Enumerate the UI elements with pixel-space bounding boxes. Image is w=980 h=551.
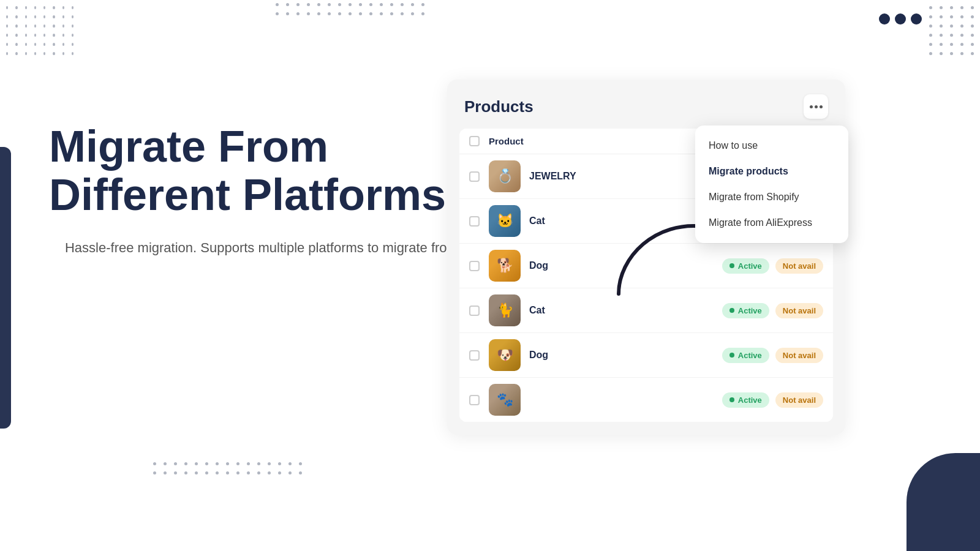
dots-top-right — [894, 6, 974, 61]
table-row: 🐶 Dog Active Not avail — [459, 333, 833, 378]
header-checkbox[interactable] — [469, 136, 480, 146]
dropdown-menu: How to use Migrate products Migrate from… — [695, 126, 848, 243]
row-checkbox-5[interactable] — [469, 350, 480, 361]
row-checkbox-6[interactable] — [469, 395, 480, 405]
product-thumbnail-1: 💍 — [489, 160, 521, 192]
more-button[interactable] — [804, 94, 828, 119]
row-checkbox-1[interactable] — [469, 171, 480, 182]
row-checkbox-3[interactable] — [469, 261, 480, 271]
dropdown-item-migrate-shopify[interactable]: Migrate from Shopify — [695, 184, 848, 210]
product-name-4: Cat — [529, 305, 545, 316]
corner-accent — [907, 453, 980, 551]
dots-bottom-center — [153, 462, 459, 496]
product-thumbnail-4: 🐈 — [489, 294, 521, 326]
status-badge-notavail-3: Not avail — [775, 258, 823, 274]
status-badge-notavail-5: Not avail — [775, 348, 823, 363]
status-badge-active-5: Active — [722, 348, 769, 363]
table-row: 🐾 Active Not avail — [459, 378, 833, 422]
product-name-2: Cat — [529, 216, 545, 227]
dots-top-left — [6, 6, 74, 61]
product-thumbnail-6: 🐾 — [489, 384, 521, 416]
status-badge-active-6: Active — [722, 392, 769, 408]
product-thumbnail-3: 🐕 — [489, 250, 521, 282]
status-badge-active-3: Active — [722, 258, 769, 274]
dropdown-item-migrate-aliexpress[interactable]: Migrate from AliExpress — [695, 210, 848, 236]
product-name-5: Dog — [529, 350, 548, 361]
status-badge-notavail-4: Not avail — [775, 303, 823, 318]
row-checkbox-2[interactable] — [469, 216, 480, 227]
more-dot-3 — [820, 105, 823, 108]
row-checkbox-4[interactable] — [469, 305, 480, 316]
product-thumbnail-5: 🐶 — [489, 339, 521, 371]
dropdown-item-migrate-products[interactable]: Migrate products — [695, 159, 848, 184]
more-dot-1 — [810, 105, 813, 108]
left-side-accent — [0, 147, 11, 429]
column-header-product: Product — [489, 136, 524, 146]
main-heading: Migrate From Different Platforms — [49, 122, 478, 219]
panel-header: Products — [447, 80, 845, 129]
panel-title: Products — [464, 97, 533, 116]
hero-content: Migrate From Different Platforms Hassle-… — [49, 122, 478, 258]
dropdown-item-how-to-use[interactable]: How to use — [695, 133, 848, 159]
status-badge-active-4: Active — [722, 303, 769, 318]
more-dot-2 — [815, 105, 818, 108]
product-thumbnail-2: 🐱 — [489, 205, 521, 237]
product-name-1: JEWELRY — [529, 171, 576, 182]
dots-top-center — [276, 3, 521, 34]
status-badge-notavail-6: Not avail — [775, 392, 823, 408]
sub-heading: Hassle-free migration. Supports multiple… — [49, 238, 478, 258]
product-name-3: Dog — [529, 260, 548, 271]
